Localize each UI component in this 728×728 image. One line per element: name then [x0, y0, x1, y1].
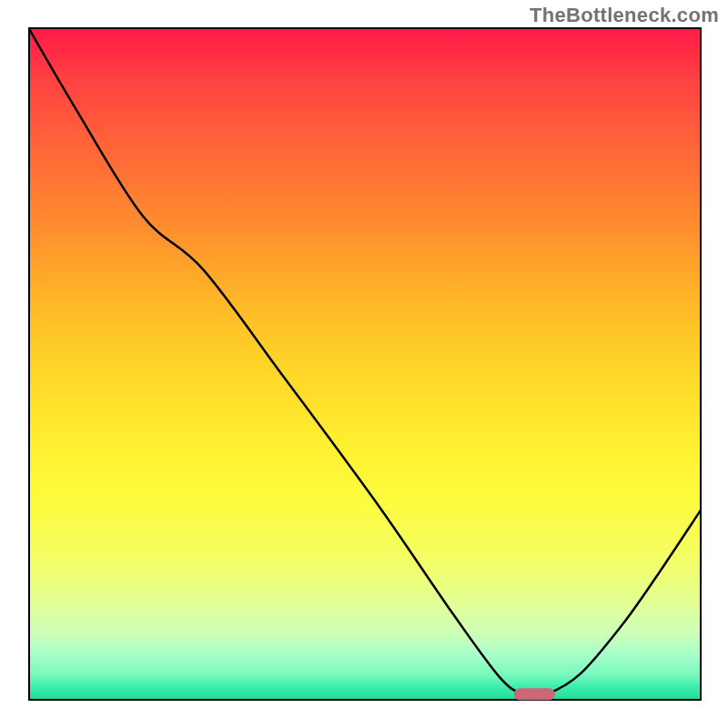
watermark-text: TheBottleneck.com [530, 4, 719, 27]
chart-container: TheBottleneck.com [0, 0, 728, 728]
bottleneck-curve [28, 27, 702, 696]
curve-svg [28, 27, 702, 701]
optimal-marker [514, 688, 554, 700]
